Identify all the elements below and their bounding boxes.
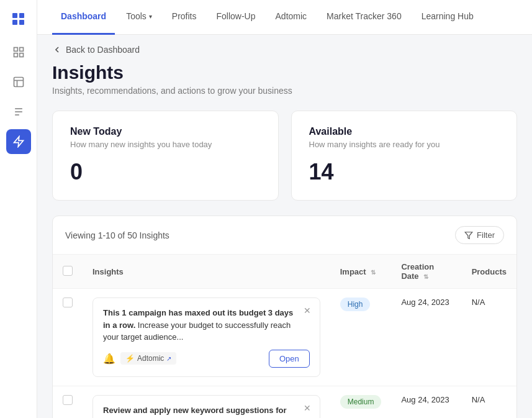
content-area: Back to Dashboard Insights Insights, rec… [37, 35, 532, 418]
svg-rect-4 [14, 78, 23, 87]
sidebar [0, 0, 37, 418]
row1-alert-icon: 🔔 [103, 353, 115, 365]
row1-insight-card: ✕ This 1 campaign has maxed out its budg… [92, 298, 320, 377]
select-all-checkbox[interactable] [63, 266, 73, 276]
page-title: Insights [52, 62, 517, 83]
table-row: ✕ This 1 campaign has maxed out its budg… [53, 289, 516, 386]
creation-date-sort-icon: ⇅ [423, 273, 428, 280]
row2-checkbox-cell [53, 386, 83, 418]
insights-table-section: Viewing 1-10 of 50 Insights Filter [52, 216, 517, 418]
stat-new-today-title: New Today [70, 126, 261, 137]
row2-products-cell: N/A [462, 386, 516, 418]
svg-rect-0 [14, 48, 17, 52]
svg-rect-2 [14, 53, 17, 57]
row1-card-footer: 🔔 ⚡ Adtomic ↗ Open [103, 350, 310, 368]
row1-products-cell: N/A [462, 289, 516, 386]
row2-impact-cell: Medium [330, 386, 392, 418]
stat-card-new-today: New Today How many new insights you have… [52, 111, 279, 201]
row2-impact-badge: Medium [340, 395, 382, 409]
stat-new-today-desc: How many new insights you have today [70, 140, 261, 149]
col-impact[interactable]: Impact ⇅ [330, 255, 392, 289]
nav-tools[interactable]: Tools ▾ [117, 0, 161, 35]
svg-marker-11 [465, 232, 472, 239]
row1-checkbox[interactable] [63, 298, 73, 307]
row2-insight-bold: Review and apply new keyword suggestions… [103, 406, 286, 419]
table-header-row: Insights Impact ⇅ Creation Date ⇅ Produc… [53, 255, 516, 289]
row1-tag-icon: ⚡ [125, 354, 135, 363]
col-checkbox [53, 255, 83, 289]
col-insights: Insights [83, 255, 330, 289]
nav-adtomic[interactable]: Adtomic [267, 0, 316, 35]
svg-rect-3 [19, 53, 23, 57]
stat-card-available: Available How many insights are ready fo… [291, 111, 518, 201]
row1-date-cell: Aug 24, 2023 [391, 289, 461, 386]
main-area: Dashboard Tools ▾ Profits Follow-Up Adto… [37, 0, 532, 418]
row2-date-cell: Aug 24, 2023 [391, 386, 461, 418]
stat-available-title: Available [309, 126, 500, 137]
row1-tag[interactable]: ⚡ Adtomic ↗ [120, 352, 176, 365]
nav-followup[interactable]: Follow-Up [208, 0, 264, 35]
sidebar-icon-layout[interactable] [6, 70, 31, 94]
stats-row: New Today How many new insights you have… [52, 111, 517, 201]
filter-label: Filter [477, 230, 495, 240]
tools-dropdown-arrow: ▾ [149, 13, 152, 20]
viewing-text: Viewing 1-10 of 50 Insights [65, 230, 169, 240]
col-products: Products [462, 255, 516, 289]
row1-tag-arrow: ↗ [166, 355, 171, 362]
page-subtitle: Insights, recommendations, and actions t… [52, 86, 517, 96]
stat-new-today-value: 0 [70, 159, 261, 185]
col-creation-date-label: Creation Date [401, 262, 434, 281]
back-to-dashboard-link[interactable]: Back to Dashboard [52, 35, 517, 62]
stat-available-desc: How many insights are ready for you [309, 140, 500, 149]
svg-rect-1 [19, 48, 23, 52]
row1-checkbox-cell [53, 289, 83, 386]
table-row: ✕ Review and apply new keyword suggestio… [53, 386, 516, 418]
back-arrow-icon [52, 45, 62, 55]
col-creation-date[interactable]: Creation Date ⇅ [391, 255, 461, 289]
row1-impact-cell: High [330, 289, 392, 386]
row1-insight-text: This 1 campaign has maxed out its budget… [103, 307, 310, 343]
sidebar-icon-tools[interactable] [6, 99, 31, 124]
filter-button[interactable]: Filter [455, 226, 504, 244]
nav-learninghub[interactable]: Learning Hub [413, 0, 482, 35]
row2-insight-cell: ✕ Review and apply new keyword suggestio… [83, 386, 330, 418]
col-products-label: Products [472, 267, 507, 276]
row1-open-button[interactable]: Open [269, 350, 310, 368]
row1-impact-badge: High [340, 298, 371, 311]
topnav: Dashboard Tools ▾ Profits Follow-Up Adto… [37, 0, 532, 35]
app-logo[interactable] [7, 7, 30, 30]
impact-sort-icon: ⇅ [371, 269, 376, 276]
sidebar-icon-insights[interactable] [6, 129, 31, 154]
stat-available-value: 14 [309, 159, 500, 185]
nav-dashboard[interactable]: Dashboard [52, 0, 115, 35]
row2-close-button[interactable]: ✕ [301, 402, 313, 414]
svg-marker-10 [14, 137, 23, 147]
row2-insight-text: Review and apply new keyword suggestions… [103, 404, 310, 419]
nav-markettracker[interactable]: Market Tracker 360 [318, 0, 410, 35]
table-header: Viewing 1-10 of 50 Insights Filter [53, 216, 516, 255]
row2-checkbox[interactable] [63, 395, 73, 405]
back-to-dashboard-label: Back to Dashboard [66, 45, 140, 55]
row1-close-button[interactable]: ✕ [301, 304, 313, 317]
sidebar-icon-dashboard[interactable] [6, 40, 31, 65]
insights-table: Insights Impact ⇅ Creation Date ⇅ Produc… [53, 255, 516, 418]
nav-profits[interactable]: Profits [163, 0, 205, 35]
row2-insight-card: ✕ Review and apply new keyword suggestio… [92, 395, 320, 419]
filter-icon [464, 231, 473, 240]
col-insights-label: Insights [92, 267, 124, 276]
col-impact-label: Impact [340, 267, 366, 276]
row1-tag-label: Adtomic [137, 354, 164, 363]
row1-insight-cell: ✕ This 1 campaign has maxed out its budg… [83, 289, 330, 386]
